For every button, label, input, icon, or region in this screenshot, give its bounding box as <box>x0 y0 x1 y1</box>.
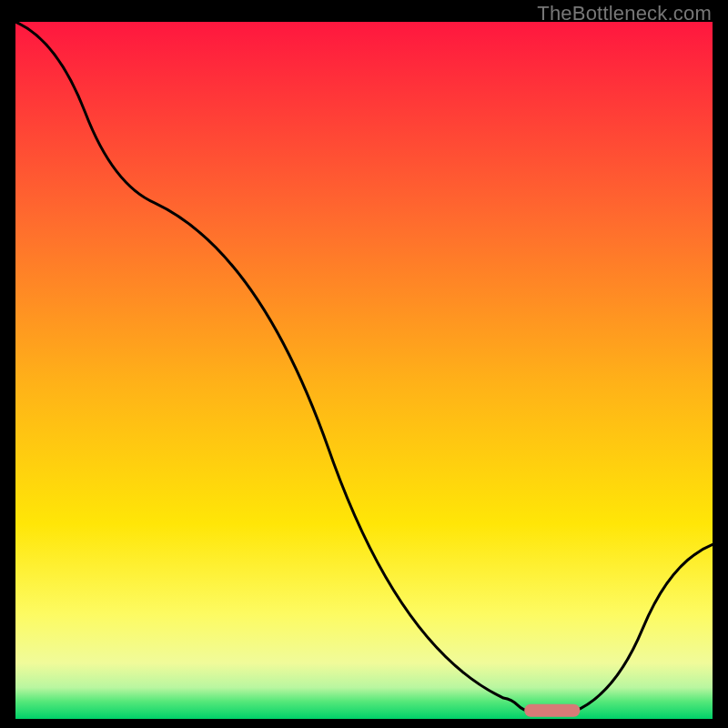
bottleneck-chart <box>15 22 713 719</box>
optimal-range-marker <box>524 704 580 717</box>
chart-background <box>15 22 713 719</box>
chart-frame <box>15 22 713 719</box>
